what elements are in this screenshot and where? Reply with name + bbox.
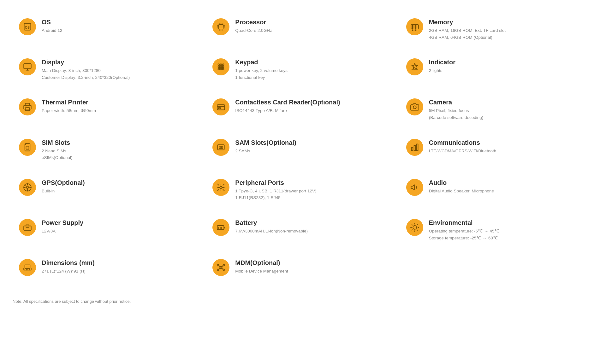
spec-desc-memory: 2GB RAM, 16GB ROM, Ext. TF card slot4GB … <box>429 27 506 41</box>
keypad-icon <box>212 58 229 75</box>
spec-title-camera: Camera <box>429 98 484 106</box>
spec-text-indicator: Indicator 2 lights <box>429 58 455 74</box>
svg-rect-46 <box>26 146 29 149</box>
svg-rect-34 <box>220 68 222 70</box>
svg-rect-41 <box>217 105 225 110</box>
spec-desc-environmental: Operating temperature: -5℃ ～ 45℃Storage … <box>429 228 500 241</box>
svg-line-85 <box>412 230 413 230</box>
sim-icon <box>19 139 36 156</box>
spec-title-peripheral-ports: Peripheral Ports <box>235 179 318 186</box>
spec-item-display: Display Main Display: 8-inch, 800*1280Cu… <box>13 50 206 90</box>
spec-title-communications: Communications <box>429 139 496 146</box>
spec-desc-os: Android 12 <box>42 27 62 34</box>
spec-title-battery: Battery <box>235 219 308 226</box>
memory-icon <box>406 18 423 35</box>
svg-rect-28 <box>220 64 222 66</box>
svg-rect-33 <box>218 68 220 70</box>
spec-desc-gps: Built-in <box>42 188 85 195</box>
processor-icon <box>212 18 229 35</box>
spec-desc-battery: 7.6V/3000mAH,Li-ion(Non-removable) <box>235 228 308 235</box>
printer-icon <box>19 98 36 115</box>
spec-text-os: OS Android 12 <box>42 18 62 34</box>
mdm-icon <box>212 259 229 276</box>
spec-desc-peripheral-ports: 1 Tpye-C, 4 USB, 1 RJ11(drawer port 12V)… <box>235 188 318 201</box>
spec-item-environmental: Environmental Operating temperature: -5℃… <box>400 210 593 250</box>
svg-rect-2 <box>219 25 223 29</box>
spec-title-os: OS <box>42 18 62 26</box>
svg-line-69 <box>218 189 219 191</box>
display-icon <box>19 58 36 75</box>
spec-desc-display: Main Display: 8-inch, 800*1280Customer D… <box>42 67 130 81</box>
spec-item-audio: Audio Digital Audio Speaker, Microphone <box>400 170 593 210</box>
os-icon: OS <box>19 18 36 35</box>
svg-rect-15 <box>411 25 418 29</box>
spec-item-indicator: Indicator 2 lights <box>400 50 593 90</box>
svg-rect-52 <box>414 145 415 150</box>
spec-item-camera: Camera 5M Pixel, fixied focus(Barcode so… <box>400 90 593 130</box>
svg-rect-73 <box>217 226 224 230</box>
spec-desc-thermal-printer: Paper width: 58mm, Φ50mm <box>42 107 96 114</box>
note-text: Note: All specifications are subject to … <box>13 299 593 304</box>
spec-desc-keypad: 1 power key, 2 volume keys1 functional k… <box>235 67 288 81</box>
svg-rect-29 <box>223 64 224 66</box>
svg-line-67 <box>223 189 224 191</box>
spec-desc-communications: LTE/WCDMA/GPRS/WiFi/Bluetooth <box>429 148 496 155</box>
svg-line-60 <box>25 185 30 190</box>
spec-desc-contactless-card-reader: ISO14443 Type A/B, Mifare <box>235 107 340 114</box>
svg-text:OS: OS <box>25 26 30 29</box>
svg-rect-94 <box>25 265 30 269</box>
spec-text-mdm: MDM(Optional) Mobile Device Management <box>235 259 288 275</box>
spec-desc-power-supply: 12V/3A <box>42 228 83 235</box>
spec-item-communications: Communications LTE/WCDMA/GPRS/WiFi/Bluet… <box>400 130 593 170</box>
svg-rect-32 <box>223 66 224 68</box>
spec-text-audio: Audio Digital Audio Speaker, Microphone <box>429 179 494 195</box>
ports-icon <box>212 179 229 196</box>
spec-text-memory: Memory 2GB RAM, 16GB ROM, Ext. TF card s… <box>429 18 506 41</box>
spec-item-sim-slots: SIM Slots 2 Nano SIMseSIMs(Optional) <box>13 130 206 170</box>
dimensions-icon <box>19 259 36 276</box>
spec-text-keypad: Keypad 1 power key, 2 volume keys1 funct… <box>235 58 288 81</box>
svg-rect-38 <box>24 106 31 109</box>
spec-text-thermal-printer: Thermal Printer Paper width: 58mm, Φ50mm <box>42 98 96 114</box>
spec-text-dimensions: Dimensions (mm) 271 (L)*124 (W)*91 (H) <box>42 259 95 275</box>
svg-rect-47 <box>218 144 224 150</box>
spec-text-peripheral-ports: Peripheral Ports 1 Tpye-C, 4 USB, 1 RJ11… <box>235 179 318 201</box>
svg-marker-70 <box>411 185 414 190</box>
spec-title-environmental: Environmental <box>429 219 500 226</box>
spec-desc-indicator: 2 lights <box>429 67 455 74</box>
spec-text-sim-slots: SIM Slots 2 Nano SIMseSIMs(Optional) <box>42 139 73 161</box>
svg-line-82 <box>417 230 418 230</box>
spec-item-os: OS OS Android 12 <box>13 9 206 50</box>
spec-item-thermal-printer: Thermal Printer Paper width: 58mm, Φ50mm <box>13 90 206 130</box>
spec-desc-sim-slots: 2 Nano SIMseSIMs(Optional) <box>42 148 73 161</box>
spec-text-sam-slots: SAM Slots(Optional) 2 SAMs <box>235 139 296 155</box>
svg-rect-35 <box>223 68 224 70</box>
svg-rect-51 <box>411 147 413 151</box>
card-reader-icon <box>212 98 229 115</box>
spec-text-display: Display Main Display: 8-inch, 800*1280Cu… <box>42 58 130 81</box>
note-section: Note: All specifications are subject to … <box>13 294 593 307</box>
specs-grid: OS OS Android 12 Processor Quad-Core 2.0… <box>13 9 593 285</box>
communications-icon <box>406 139 423 156</box>
spec-title-contactless-card-reader: Contactless Card Reader(Optional) <box>235 98 340 106</box>
spec-item-contactless-card-reader: Contactless Card Reader(Optional) ISO144… <box>206 90 400 130</box>
svg-line-81 <box>412 225 413 225</box>
spec-item-battery: Battery 7.6V/3000mAH,Li-ion(Non-removabl… <box>206 210 400 250</box>
spec-title-indicator: Indicator <box>429 58 455 66</box>
spec-title-dimensions: Dimensions (mm) <box>42 259 95 267</box>
spec-desc-dimensions: 271 (L)*124 (W)*91 (H) <box>42 268 95 275</box>
svg-point-44 <box>413 106 416 109</box>
spec-title-audio: Audio <box>429 179 494 186</box>
spec-title-memory: Memory <box>429 18 506 26</box>
svg-line-103 <box>222 268 223 270</box>
spec-item-gps: GPS(Optional) Built-in <box>13 170 206 210</box>
battery-icon <box>212 219 229 236</box>
spec-text-processor: Processor Quad-Core 2.0GHz <box>235 18 272 34</box>
svg-rect-27 <box>218 64 220 66</box>
svg-rect-71 <box>24 226 31 230</box>
environmental-icon <box>406 219 423 236</box>
spec-text-gps: GPS(Optional) Built-in <box>42 179 85 195</box>
spec-title-gps: GPS(Optional) <box>42 179 85 186</box>
spec-desc-audio: Digital Audio Speaker, Microphone <box>429 188 494 195</box>
gps-icon <box>19 179 36 196</box>
